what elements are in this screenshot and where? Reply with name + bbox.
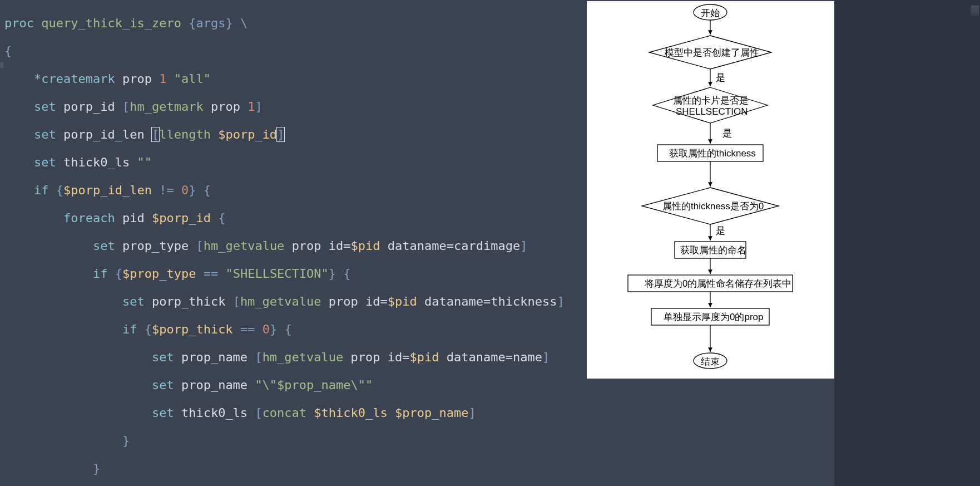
flow-r1: 获取属性的thickness	[669, 148, 756, 159]
code-line: if {$prop_type == "SHELLSECTION"} {	[4, 267, 582, 281]
code-line: if {$porp_thick == 0} {	[4, 322, 582, 336]
minimap-indicator	[971, 6, 979, 16]
code-line: set prop_name [hm_getvalue prop id=$pid …	[4, 350, 582, 364]
code-line: set prop_type [hm_getvalue prop id=$pid …	[4, 239, 582, 253]
code-line: set porp_id_len [llength $porp_id]	[4, 127, 582, 141]
code-line: {	[4, 44, 582, 58]
code-line: }	[4, 434, 582, 448]
flow-d1: 模型中是否创建了属性	[665, 47, 759, 58]
flow-yes2: 是	[722, 126, 732, 140]
flowchart-panel: 开始 模型中是否创建了属性 是 属性的卡片是否是 SHELLSECTION 是 …	[587, 1, 834, 379]
flow-d2b: SHELLSECTION	[676, 106, 748, 117]
flow-r3: 将厚度为0的属性命名储存在列表中	[645, 278, 791, 289]
code-line: set prop_name "\"$prop_name\""	[4, 378, 582, 392]
code-line: proc query_thick_is_zero {args} \	[4, 16, 582, 30]
code-line: }	[4, 462, 582, 475]
flow-d3: 属性的thickness是否为0	[662, 201, 764, 212]
flow-r2: 获取属性的命名	[680, 245, 746, 256]
gutter-mark	[0, 62, 3, 68]
flow-start: 开始	[701, 8, 720, 19]
code-line: foreach pid $porp_id {	[4, 211, 582, 225]
minimap-area	[834, 0, 980, 486]
code-line: set porp_id [hm_getmark prop 1]	[4, 100, 582, 114]
code-line: set thick0_ls ""	[4, 155, 582, 169]
code-line: set porp_thick [hm_getvalue prop id=$pid…	[4, 294, 582, 308]
code-line: *createmark prop 1 "all"	[4, 72, 582, 86]
code-line: set thick0_ls [concat $thick0_ls $prop_n…	[4, 406, 582, 420]
flow-r4: 单独显示厚度为0的prop	[664, 312, 763, 323]
code-line: if {$porp_id_len != 0} {	[4, 183, 582, 197]
flow-d2a: 属性的卡片是否是	[673, 95, 749, 106]
flow-end: 结束	[701, 356, 720, 367]
code-editor[interactable]: proc query_thick_is_zero {args} \ { *cre…	[0, 0, 587, 486]
flow-yes1: 是	[716, 71, 725, 85]
flow-yes3: 是	[716, 224, 725, 238]
